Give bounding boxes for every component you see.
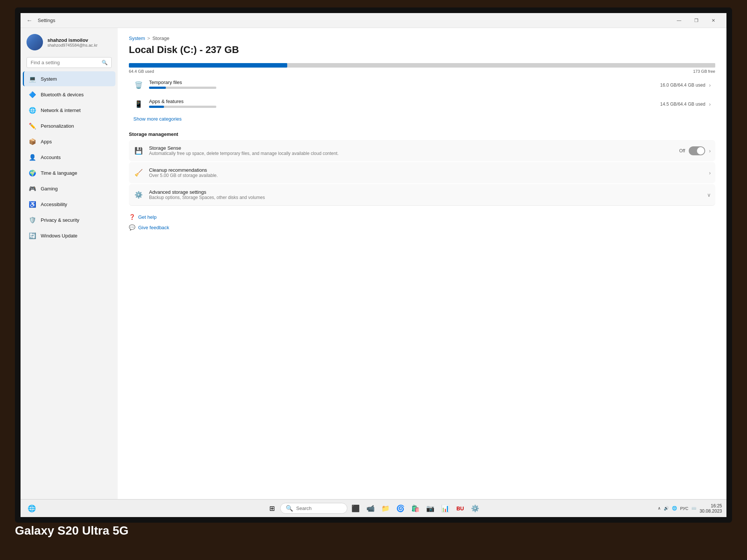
get-help-link[interactable]: ❓ Get help bbox=[129, 213, 715, 221]
close-button[interactable]: ✕ bbox=[705, 15, 722, 27]
taskbar-sound-icon[interactable]: 🔊 bbox=[664, 506, 669, 511]
taskbar-excel-icon[interactable]: 📊 bbox=[438, 502, 452, 515]
apps-features-item[interactable]: 📱 Apps & features 14.5 GB/64.4 GB used › bbox=[129, 95, 715, 113]
screen: ← Settings — ❐ ✕ shahzod ismoilov sh bbox=[21, 13, 726, 517]
toggle-thumb bbox=[697, 147, 704, 155]
cleanup-chevron: › bbox=[709, 170, 711, 176]
breadcrumb-parent[interactable]: System bbox=[129, 35, 145, 41]
give-feedback-link[interactable]: 💬 Give feedback bbox=[129, 224, 715, 231]
taskbar-search[interactable]: 🔍 Search bbox=[280, 503, 347, 514]
storage-sense-toggle-label: Off bbox=[679, 148, 685, 153]
advanced-storage-item[interactable]: ⚙️ Advanced storage settings Backup opti… bbox=[129, 184, 715, 206]
taskbar-folder-icon[interactable]: 📁 bbox=[379, 502, 392, 515]
sidebar-item-accessibility[interactable]: ♿ Accessibility bbox=[23, 197, 115, 212]
page-title: Local Disk (C:) - 237 GB bbox=[129, 44, 715, 56]
get-help-label: Get help bbox=[138, 214, 156, 220]
taskbar-store-icon[interactable]: 🛍️ bbox=[409, 502, 422, 515]
sidebar-item-network[interactable]: 🌐 Network & internet bbox=[23, 103, 115, 118]
titlebar: ← Settings — ❐ ✕ bbox=[21, 13, 726, 28]
temp-files-bar bbox=[149, 87, 216, 89]
user-email: shahzod9745584@hs.ac.kr bbox=[47, 43, 97, 47]
advanced-title: Advanced storage settings bbox=[149, 189, 265, 195]
temporary-files-item[interactable]: 🗑️ Temporary files 16.0 GB/64.4 GB used … bbox=[129, 76, 715, 94]
storage-sense-item[interactable]: 💾 Storage Sense Automatically free up sp… bbox=[129, 140, 715, 161]
sidebar-item-label: Time & language bbox=[41, 170, 77, 176]
breadcrumb-current: Storage bbox=[152, 35, 170, 41]
taskbar-teams-icon[interactable]: 📹 bbox=[364, 502, 377, 515]
search-box[interactable]: 🔍 bbox=[27, 57, 112, 68]
give-feedback-label: Give feedback bbox=[138, 225, 169, 230]
taskbar-bu-app-icon[interactable]: BU bbox=[453, 502, 467, 515]
camera-watermark: Galaxy S20 Ultra 5G bbox=[15, 524, 128, 538]
storage-sense-desc: Automatically free up space, delete temp… bbox=[149, 151, 339, 156]
apps-features-bar bbox=[149, 106, 216, 108]
taskbar-date: 30.08.2023 bbox=[700, 508, 722, 514]
storage-free-label: 173 GB free bbox=[693, 69, 715, 74]
sidebar-item-privacy[interactable]: 🛡️ Privacy & security bbox=[23, 212, 115, 227]
sidebar-item-label: Gaming bbox=[41, 186, 58, 192]
network-icon: 🌐 bbox=[29, 106, 36, 114]
start-button[interactable]: ⊞ bbox=[265, 502, 279, 515]
apps-features-title: Apps & features bbox=[149, 99, 648, 104]
sidebar-item-label: Personalization bbox=[41, 123, 74, 129]
sidebar-item-label: Apps bbox=[41, 139, 52, 144]
apps-icon: 📦 bbox=[29, 138, 36, 145]
storage-sense-icon: 💾 bbox=[133, 146, 144, 156]
taskbar-lang[interactable]: РУС bbox=[680, 506, 688, 511]
system-icon: 💻 bbox=[29, 75, 36, 83]
show-more-link[interactable]: Show more categories bbox=[129, 114, 186, 124]
taskbar-chevron-up[interactable]: ∧ bbox=[658, 506, 661, 511]
help-links: ❓ Get help 💬 Give feedback bbox=[129, 213, 715, 231]
breadcrumb: System > Storage bbox=[129, 35, 715, 41]
bluetooth-icon: 🔷 bbox=[29, 91, 36, 98]
taskbar-center: ⊞ 🔍 Search ⬛ 📹 📁 🌀 🛍️ 📷 📊 BU ⚙️ bbox=[265, 502, 482, 515]
sidebar-item-windows-update[interactable]: 🔄 Windows Update bbox=[23, 228, 115, 243]
taskbar-time[interactable]: 16:25 30.08.2023 bbox=[700, 503, 722, 514]
window-title: Settings bbox=[38, 18, 55, 23]
window-controls: — ❐ ✕ bbox=[670, 15, 722, 27]
main-layout: shahzod ismoilov shahzod9745584@hs.ac.kr… bbox=[21, 28, 726, 499]
cleanup-icon: 🧹 bbox=[133, 168, 144, 178]
monitor-frame: ← Settings — ❐ ✕ shahzod ismoilov sh bbox=[15, 7, 732, 523]
temp-files-title: Temporary files bbox=[149, 80, 648, 85]
user-profile[interactable]: shahzod ismoilov shahzod9745584@hs.ac.kr bbox=[21, 28, 118, 54]
storage-used-label: 64.4 GB used bbox=[129, 69, 154, 74]
sidebar-item-label: Bluetooth & devices bbox=[41, 92, 84, 97]
taskbar-instagram-icon[interactable]: 📷 bbox=[424, 502, 437, 515]
avatar bbox=[27, 34, 43, 50]
taskbar-edge-icon[interactable]: 🌀 bbox=[394, 502, 407, 515]
get-help-icon: ❓ bbox=[129, 214, 135, 220]
sidebar-item-system[interactable]: 💻 System bbox=[23, 71, 115, 86]
sidebar-item-apps[interactable]: 📦 Apps bbox=[23, 134, 115, 149]
storage-sense-toggle[interactable] bbox=[689, 146, 705, 155]
sidebar-item-time-language[interactable]: 🌍 Time & language bbox=[23, 165, 115, 180]
restore-button[interactable]: ❐ bbox=[688, 15, 705, 27]
sidebar-item-gaming[interactable]: 🎮 Gaming bbox=[23, 181, 115, 196]
cleanup-recommendations-item[interactable]: 🧹 Cleanup recommendations Over 5.00 GB o… bbox=[129, 162, 715, 183]
temp-files-icon: 🗑️ bbox=[133, 80, 144, 90]
sidebar-item-label: Privacy & security bbox=[41, 217, 79, 223]
back-button[interactable]: ← bbox=[25, 16, 34, 25]
sidebar-item-personalization[interactable]: ✏️ Personalization bbox=[23, 118, 115, 133]
taskbar-keyboard-icon: ⌨️ bbox=[691, 506, 697, 511]
sidebar-item-accounts[interactable]: 👤 Accounts bbox=[23, 150, 115, 165]
taskbar-left: 🌐 bbox=[25, 502, 38, 515]
apps-features-chevron: › bbox=[709, 101, 711, 107]
minimize-button[interactable]: — bbox=[670, 15, 688, 27]
apps-features-size: 14.5 GB/64.4 GB used bbox=[653, 102, 705, 107]
taskbar-timeline-icon[interactable]: ⬛ bbox=[349, 502, 362, 515]
taskbar-right: ∧ 🔊 🌐 РУС ⌨️ 16:25 30.08.2023 bbox=[658, 503, 722, 514]
search-icon: 🔍 bbox=[102, 60, 108, 65]
taskbar: 🌐 ⊞ 🔍 Search ⬛ 📹 📁 🌀 🛍️ 📷 📊 BU ⚙️ ∧ bbox=[21, 499, 726, 517]
search-icon-taskbar: 🔍 bbox=[286, 505, 293, 512]
taskbar-globe-icon[interactable]: 🌐 bbox=[25, 502, 38, 515]
sidebar-item-label: Accounts bbox=[41, 155, 61, 160]
sidebar-item-bluetooth[interactable]: 🔷 Bluetooth & devices bbox=[23, 87, 115, 102]
accessibility-icon: ♿ bbox=[29, 200, 36, 208]
taskbar-settings-icon[interactable]: ⚙️ bbox=[468, 502, 482, 515]
taskbar-network-icon[interactable]: 🌐 bbox=[672, 506, 677, 511]
sidebar-item-label: Accessibility bbox=[41, 202, 67, 207]
storage-bar-fill bbox=[129, 63, 287, 68]
search-input[interactable] bbox=[31, 60, 99, 65]
advanced-desc: Backup options, Storage Spaces, other di… bbox=[149, 195, 265, 200]
